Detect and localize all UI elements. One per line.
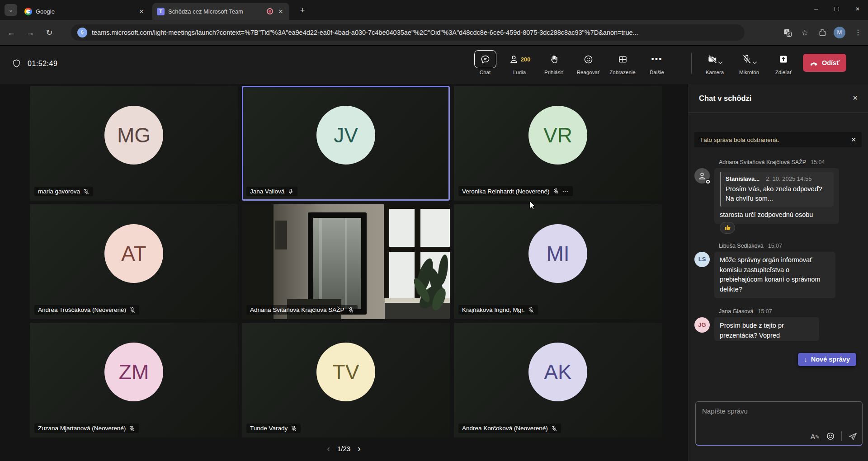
participant-tile-mg[interactable]: MG maria gavorova [30, 86, 238, 201]
message-time: 15:04 [811, 159, 825, 165]
chat-messages[interactable]: Táto správa bola odstránená. ✕ Adriana S… [688, 113, 868, 390]
emoji-icon[interactable] [826, 432, 835, 441]
react-button[interactable]: Reagovať [573, 50, 603, 75]
mic-on-icon [288, 188, 294, 195]
participant-tile-adriana-video[interactable]: Adriana Svitaňová Krajčíová SAŽP [242, 204, 450, 319]
tab-google[interactable]: Google ✕ [20, 3, 150, 20]
video-feed [242, 204, 450, 319]
view-button[interactable]: Zobrazenie [608, 50, 637, 75]
participant-grid: MG maria gavorova JV Jana Vallová VR Ver… [30, 86, 662, 437]
camera-button[interactable]: Kamera [700, 50, 730, 75]
mic-button[interactable]: Mikrofón [734, 50, 764, 75]
mic-chevron-icon[interactable] [752, 61, 757, 65]
message-bubble[interactable]: Prosím bude z tejto pr prezentácia? Vopr… [714, 317, 819, 341]
participant-nameplate: Krajňáková Ingrid, Mgr. [458, 305, 538, 315]
participant-name: Andrea Korčoková (Neoverené) [462, 425, 548, 432]
browser-toolbar: ← → ↻ teams.microsoft.com/light-meetings… [0, 20, 868, 45]
message-author: Libuša Sedláková [719, 243, 764, 249]
share-button-label: Zdieľať [775, 70, 792, 75]
bookmark-star-icon[interactable]: ☆ [799, 27, 810, 38]
forward-button[interactable]: → [23, 25, 38, 40]
sender-avatar [694, 168, 710, 183]
minimize-button[interactable]: ─ [806, 0, 826, 18]
raise-hand-icon [549, 54, 559, 65]
mic-muted-icon [129, 307, 136, 313]
tab-close-icon[interactable]: ✕ [137, 8, 146, 15]
quoted-message: Stanislava... 2. 10. 2025 14:55 Prosím V… [720, 172, 834, 207]
mic-in-use-icon[interactable] [77, 28, 87, 38]
participant-tile-vr[interactable]: VR Veronika Reinhardt (Neoverené) ⋯ [454, 86, 662, 201]
input-placeholder: Napíšte správu [702, 407, 748, 415]
maximize-button[interactable] [826, 0, 847, 18]
participant-tile-jv[interactable]: JV Jana Vallová [242, 86, 450, 201]
more-button[interactable]: ••• Ďalšie [642, 50, 672, 75]
participant-tile-ak[interactable]: AK Andrea Korčoková (Neoverené) [454, 323, 662, 437]
participant-tile-mi[interactable]: MI Krajňáková Ingrid, Mgr. [454, 204, 662, 319]
camera-off-icon [707, 54, 718, 65]
close-window-button[interactable]: ✕ [847, 0, 868, 18]
message-input[interactable]: Napíšte správu A✎ [695, 401, 863, 446]
people-button[interactable]: 200 Ľudia [505, 50, 534, 75]
message-bubble[interactable]: Môže správny orgán informovať komisiu za… [714, 252, 835, 298]
message-reaction[interactable] [720, 222, 735, 234]
message-text: Prosím bude z tejto pr [720, 321, 814, 331]
address-bar[interactable]: teams.microsoft.com/light-meetings/launc… [71, 24, 745, 41]
hangup-phone-icon [810, 59, 818, 67]
leave-button[interactable]: Odísť [803, 54, 846, 72]
thumbs-up-icon [724, 224, 731, 231]
camera-chevron-icon[interactable] [718, 61, 723, 65]
chat-message: JG Prosím bude z tejto pr prezentácia? V… [694, 317, 862, 341]
format-text-icon[interactable]: A✎ [811, 433, 820, 440]
view-button-label: Zobrazenie [609, 70, 636, 75]
back-button[interactable]: ← [4, 25, 19, 40]
message-author: Adriana Svitaňová Krajčíová SAŽP [719, 159, 806, 165]
dismiss-banner-icon[interactable]: ✕ [851, 136, 856, 143]
tile-more-icon[interactable]: ⋯ [562, 188, 569, 195]
participant-nameplate: Veronika Reinhardt (Neoverené) ⋯ [458, 186, 573, 196]
people-count-badge: 200 [521, 56, 531, 63]
new-tab-button[interactable]: + [296, 5, 309, 17]
people-button-label: Ľudia [513, 70, 526, 75]
grid-pagination: ‹ 1/23 › [30, 444, 658, 453]
google-favicon [24, 8, 32, 15]
react-button-label: Reagovať [577, 70, 599, 75]
tab-close-icon[interactable]: ✕ [277, 8, 285, 15]
tab-search-button[interactable]: ⌄ [5, 4, 17, 16]
browser-menu-icon[interactable]: ⋮ [854, 28, 862, 37]
message-time: 15:07 [768, 243, 782, 249]
close-chat-icon[interactable]: ✕ [852, 94, 858, 102]
extensions-icon[interactable] [816, 27, 827, 38]
next-page-icon[interactable]: › [358, 444, 361, 453]
participant-tile-zm[interactable]: ZM Zuzana Mjartanová (Neoverené) [30, 323, 238, 437]
mic-muted-icon [528, 307, 534, 313]
recording-indicator-icon [267, 8, 273, 14]
previous-page-icon[interactable]: ‹ [327, 444, 330, 453]
chat-button[interactable]: Chat [470, 50, 500, 75]
participant-name: Veronika Reinhardt (Neoverené) [462, 188, 550, 195]
participant-name: Tunde Varady [250, 425, 288, 432]
avatar: AT [104, 224, 163, 283]
participant-nameplate: Zuzana Mjartanová (Neoverené) [34, 423, 139, 433]
reload-button[interactable]: ↻ [42, 25, 57, 40]
participant-name: Jana Vallová [250, 188, 284, 195]
participant-tile-tv[interactable]: TV Tunde Varady [242, 323, 450, 437]
translate-icon[interactable] [782, 27, 793, 38]
profile-avatar[interactable]: M [834, 27, 845, 38]
message-header: Libuša Sedláková 15:07 [694, 243, 862, 249]
raise-hand-button[interactable]: Prihlásiť [539, 50, 569, 75]
tab-teams-meeting[interactable]: T Schôdza cez Microsoft Team ✕ [152, 3, 289, 20]
chat-header: Chat v schôdzi ✕ [688, 84, 868, 113]
new-messages-button[interactable]: ↓ Nové správy [798, 353, 857, 366]
participant-nameplate: Jana Vallová [246, 187, 297, 196]
send-icon[interactable] [848, 432, 858, 441]
message-bubble[interactable]: Stanislava... 2. 10. 2025 14:55 Prosím V… [714, 168, 839, 224]
message-time: 15:07 [758, 308, 772, 315]
participant-nameplate: Andrea Troščáková (Neoverené) [34, 305, 139, 315]
share-button[interactable]: Zdieľať [769, 50, 798, 75]
participant-nameplate: Adriana Svitaňová Krajčíová SAŽP [246, 305, 358, 315]
chat-message: Stanislava... 2. 10. 2025 14:55 Prosím V… [694, 168, 862, 224]
participant-tile-at[interactable]: AT Andrea Troščáková (Neoverené) [30, 204, 238, 319]
toolbar-divider [691, 53, 692, 74]
input-divider [841, 431, 842, 441]
mic-muted-icon [83, 188, 90, 195]
